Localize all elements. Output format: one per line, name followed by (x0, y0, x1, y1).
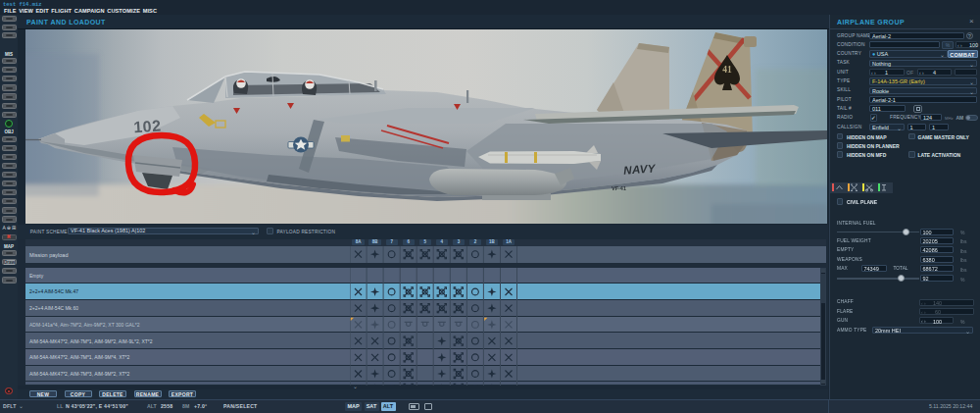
svg-text:NAVY: NAVY (623, 162, 657, 176)
svg-text:41: 41 (722, 65, 732, 75)
svg-text:VF-41: VF-41 (612, 185, 626, 191)
